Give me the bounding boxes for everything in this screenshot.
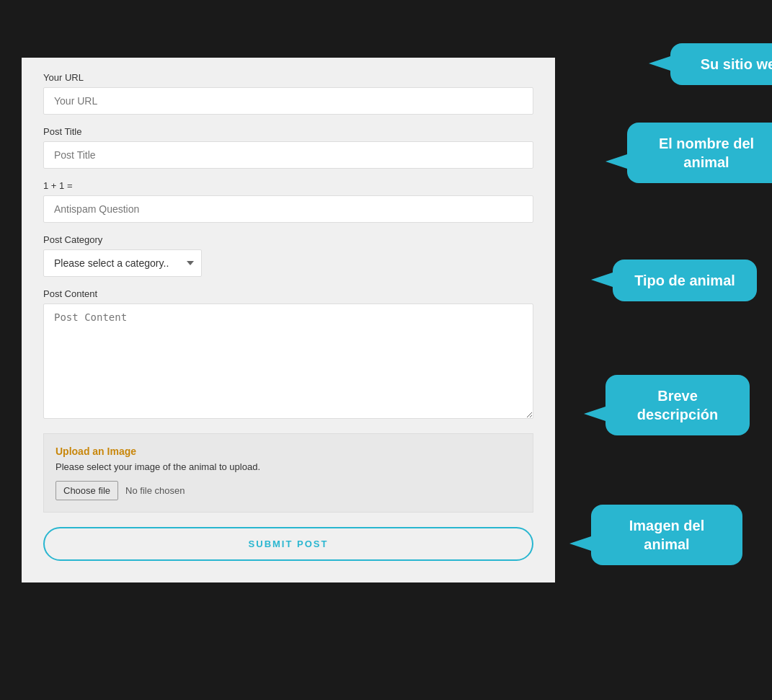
- category-label: Post Category: [43, 234, 533, 245]
- antispam-field-group: 1 + 1 =: [43, 180, 533, 223]
- no-file-text: No file chosen: [125, 485, 185, 496]
- post-title-label: Post Title: [43, 126, 533, 137]
- url-label: Your URL: [43, 72, 533, 83]
- file-input-row: Choose file No file chosen: [56, 481, 521, 500]
- url-field-group: Your URL: [43, 72, 533, 115]
- upload-desc: Please select your image of the animal t…: [56, 461, 521, 472]
- content-field-group: Post Content: [43, 288, 533, 422]
- category-field-group: Post Category Please select a category..…: [43, 234, 533, 277]
- category-select[interactable]: Please select a category.. Dog Cat Bird …: [43, 249, 202, 277]
- tooltip-image: Imagen del animal: [591, 505, 742, 565]
- upload-title: Upload an Image: [56, 446, 521, 457]
- url-input[interactable]: [43, 87, 533, 115]
- content-label: Post Content: [43, 288, 533, 299]
- post-title-field-group: Post Title: [43, 126, 533, 169]
- form-container: Su sitio web El nombre del animal Tipo d…: [22, 58, 555, 582]
- content-textarea[interactable]: [43, 304, 533, 419]
- tooltip-category: Tipo de animal: [613, 260, 757, 301]
- tooltip-content: Breve descripción: [605, 375, 750, 435]
- submit-button[interactable]: SUBMIT POST: [43, 527, 533, 561]
- post-title-input[interactable]: [43, 141, 533, 169]
- choose-file-button[interactable]: Choose file: [56, 481, 118, 500]
- upload-section: Upload an Image Please select your image…: [43, 433, 533, 513]
- tooltip-url: Su sitio web: [670, 43, 772, 85]
- antispam-label: 1 + 1 =: [43, 180, 533, 191]
- antispam-input[interactable]: [43, 195, 533, 223]
- tooltip-title: El nombre del animal: [627, 123, 772, 183]
